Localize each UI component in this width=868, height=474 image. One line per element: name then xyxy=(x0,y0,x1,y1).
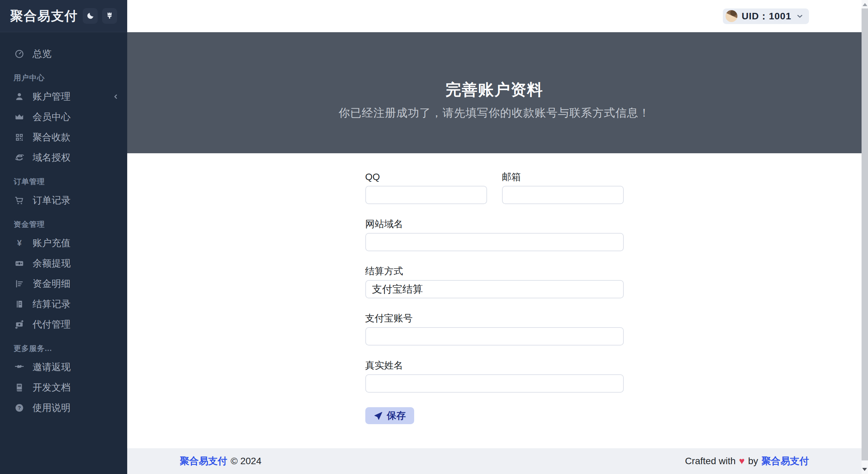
footer-left: 聚合易支付 © 2024 xyxy=(180,455,262,468)
website-domain-label: 网站域名 xyxy=(365,218,624,230)
chevron-down-icon xyxy=(795,12,804,21)
sidebar-item-order-records[interactable]: 订单记录 xyxy=(0,190,127,211)
banknote-icon xyxy=(14,258,25,269)
cart-icon xyxy=(14,195,25,206)
sidebar-menu: 总览 用户中心 账户管理 会员中心 聚合收款 xyxy=(0,32,127,418)
sidebar-item-label: 使用说明 xyxy=(33,401,71,414)
dark-mode-button[interactable] xyxy=(83,8,98,24)
qrcode-icon xyxy=(14,132,25,143)
alipay-account-input[interactable] xyxy=(365,327,624,345)
email-label: 邮箱 xyxy=(502,171,624,183)
sidebar-item-member-center[interactable]: 会员中心 xyxy=(0,107,127,127)
sidebar-item-label: 代付管理 xyxy=(33,318,71,331)
sidebar-item-domain-authorization[interactable]: 域名授权 xyxy=(0,147,127,168)
journal-icon xyxy=(14,298,25,310)
sidebar-item-label: 开发文档 xyxy=(33,381,71,394)
footer-crafted-text: Crafted with xyxy=(685,456,735,467)
sidebar-item-account-management[interactable]: 账户管理 xyxy=(0,86,127,107)
footer: 聚合易支付 © 2024 Crafted with ♥ by 聚合易支付 xyxy=(127,448,862,474)
footer-right: Crafted with ♥ by 聚合易支付 xyxy=(685,455,809,468)
sidebar-item-label: 账户充值 xyxy=(33,237,71,250)
avatar xyxy=(726,10,737,22)
sidebar-item-aggregate-collection[interactable]: 聚合收款 xyxy=(0,127,127,147)
save-button-label: 保存 xyxy=(387,409,406,422)
real-name-input[interactable] xyxy=(365,374,624,393)
chevron-left-icon xyxy=(112,93,120,101)
sidebar-item-label: 余额提现 xyxy=(33,257,71,270)
qq-label: QQ xyxy=(365,171,487,183)
sidebar: 聚合易支付 总览 用户中心 账户管 xyxy=(0,0,127,474)
sidebar-item-invite-cashback[interactable]: 邀请返现 xyxy=(0,357,127,377)
alipay-account-label: 支付宝账号 xyxy=(365,312,624,324)
svg-text:¥: ¥ xyxy=(17,238,22,248)
sidebar-item-label: 邀请返现 xyxy=(33,361,71,374)
scrollbar-thumb[interactable] xyxy=(862,8,868,460)
money-transfer-icon xyxy=(14,319,25,330)
sidebar-item-usage-instructions[interactable]: ? 使用说明 xyxy=(0,398,127,418)
footer-copyright: © 2024 xyxy=(231,456,262,467)
settlement-method-label: 结算方式 xyxy=(365,265,624,277)
theme-brush-button[interactable] xyxy=(102,8,117,24)
yen-icon: ¥ xyxy=(14,237,25,249)
sidebar-item-label: 账户管理 xyxy=(33,90,71,103)
sidebar-section-order-management: 订单管理 xyxy=(0,173,127,190)
footer-crafted-brand-link[interactable]: 聚合易支付 xyxy=(761,455,809,468)
sidebar-item-fund-details[interactable]: 资金明细 xyxy=(0,274,127,294)
help-circle-icon: ? xyxy=(14,402,25,414)
user-icon xyxy=(14,91,25,102)
svg-text:?: ? xyxy=(18,405,21,411)
sidebar-section-user-center: 用户中心 xyxy=(0,70,127,86)
footer-by-text: by xyxy=(748,456,758,467)
sidebar-item-payout-management[interactable]: 代付管理 xyxy=(0,314,127,335)
sidebar-item-label: 聚合收款 xyxy=(33,131,71,144)
vertical-scrollbar[interactable] xyxy=(862,0,868,474)
browser-globe-icon xyxy=(14,152,25,163)
sidebar-section-more-services: 更多服务... xyxy=(0,340,127,357)
book-icon xyxy=(14,382,25,393)
main-area: UID：1001 完善账户资料 你已经注册成功了，请先填写你的收款账号与联系方式… xyxy=(127,0,862,474)
paper-plane-icon xyxy=(373,411,383,420)
moon-icon xyxy=(86,12,95,20)
sidebar-item-label: 会员中心 xyxy=(33,111,71,123)
profile-form: QQ 邮箱 网站域名 结算方式 支付宝结算 支付宝账号 xyxy=(365,153,624,424)
page-title: 完善账户资料 xyxy=(127,82,862,97)
sidebar-item-label: 总览 xyxy=(33,47,52,60)
sidebar-item-label: 资金明细 xyxy=(33,277,71,290)
scroll-down-arrow-icon[interactable] xyxy=(862,468,867,471)
sidebar-item-label: 结算记录 xyxy=(33,298,71,311)
gauge-icon xyxy=(14,48,25,60)
email-input[interactable] xyxy=(502,186,624,204)
user-menu-button[interactable]: UID：1001 xyxy=(723,8,809,24)
sidebar-section-fund-management: 资金管理 xyxy=(0,216,127,233)
brush-icon xyxy=(105,12,114,20)
website-domain-input[interactable] xyxy=(365,233,624,251)
sidebar-item-account-recharge[interactable]: ¥ 账户充值 xyxy=(0,233,127,253)
footer-brand-link[interactable]: 聚合易支付 xyxy=(180,455,227,468)
sidebar-item-settlement-records[interactable]: 结算记录 xyxy=(0,294,127,314)
handshake-icon xyxy=(14,361,25,373)
sidebar-item-label: 域名授权 xyxy=(33,151,71,164)
sidebar-item-balance-withdrawal[interactable]: 余额提现 xyxy=(0,253,127,274)
crown-icon xyxy=(14,111,25,123)
hero-banner: 完善账户资料 你已经注册成功了，请先填写你的收款账号与联系方式信息！ xyxy=(127,32,862,153)
chart-bars-icon xyxy=(14,278,25,290)
sidebar-item-overview[interactable]: 总览 xyxy=(0,44,127,64)
sidebar-item-label: 订单记录 xyxy=(33,194,71,207)
settlement-method-select[interactable]: 支付宝结算 xyxy=(365,280,624,298)
save-button[interactable]: 保存 xyxy=(365,407,414,424)
sidebar-item-developer-docs[interactable]: 开发文档 xyxy=(0,377,127,398)
scroll-up-arrow-icon[interactable] xyxy=(863,3,867,6)
page-subtitle: 你已经注册成功了，请先填写你的收款账号与联系方式信息！ xyxy=(127,105,862,121)
topbar: UID：1001 xyxy=(127,0,862,32)
content: QQ 邮箱 网站域名 结算方式 支付宝结算 支付宝账号 xyxy=(127,153,862,448)
qq-input[interactable] xyxy=(365,186,487,204)
brand-logo: 聚合易支付 xyxy=(10,7,78,25)
uid-label: UID：1001 xyxy=(741,10,791,23)
heart-icon: ♥ xyxy=(739,456,745,467)
sidebar-header: 聚合易支付 xyxy=(0,0,127,32)
real-name-label: 真实姓名 xyxy=(365,359,624,372)
